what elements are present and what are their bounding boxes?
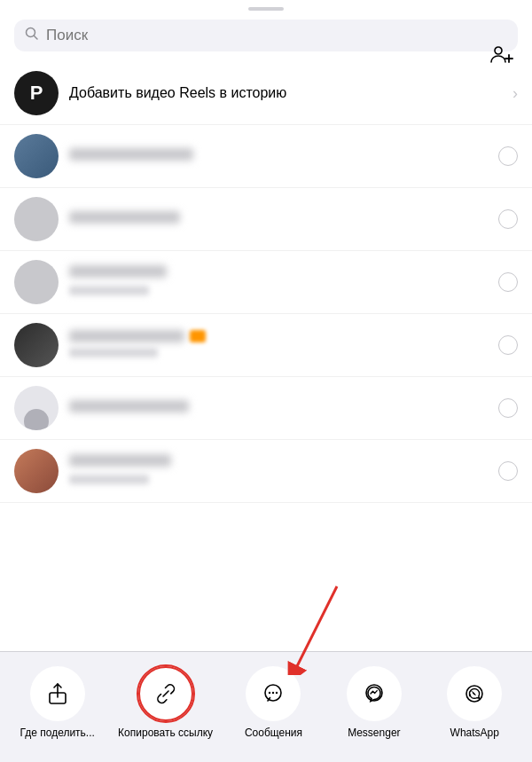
contact-name (69, 148, 498, 163)
blurred-name (69, 148, 193, 161)
link-icon (153, 681, 178, 706)
svg-point-10 (269, 692, 270, 694)
whatsapp-icon (462, 681, 487, 706)
reels-row[interactable]: P Добавить видео Reels в историю › (0, 62, 532, 125)
add-people-icon (489, 43, 514, 67)
chevron-right-icon: › (512, 84, 518, 103)
share-icon (45, 681, 70, 706)
search-input[interactable] (46, 27, 507, 44)
blurred-name (69, 330, 184, 342)
action-label-messenger: Messenger (348, 727, 400, 741)
add-people-button[interactable] (486, 39, 518, 74)
contact-name (69, 454, 498, 469)
blurred-name (69, 454, 171, 467)
radio-circle[interactable] (498, 398, 518, 418)
reels-label: Добавить видео Reels в историю (69, 85, 512, 101)
blurred-name (69, 211, 180, 224)
avatar (14, 449, 59, 493)
search-bar[interactable] (14, 20, 518, 51)
messages-icon (261, 681, 286, 706)
search-icon (25, 27, 39, 44)
whatsapp-icon-wrap (447, 666, 502, 721)
action-item-share[interactable]: Где поделить... (18, 666, 98, 741)
drag-handle (248, 7, 284, 11)
action-label-whatsapp: WhatsApp (450, 727, 499, 741)
contact-item[interactable] (0, 440, 532, 503)
action-sheet: Где поделить... Копировать ссылку (0, 651, 532, 762)
action-label-share: Где поделить... (20, 727, 95, 741)
svg-point-2 (495, 47, 502, 54)
blurred-sub (69, 286, 149, 295)
blurred-name (69, 265, 167, 278)
avatar (14, 134, 59, 178)
action-row: Где поделить... Копировать ссылку (0, 666, 532, 741)
contact-name (69, 330, 498, 342)
contact-info (69, 148, 498, 165)
action-label-messages: Сообщения (245, 727, 302, 741)
contact-list-container (0, 125, 532, 675)
messages-icon-wrap (246, 666, 301, 721)
avatar (14, 323, 59, 367)
action-item-copy-link[interactable]: Копировать ссылку (118, 666, 213, 741)
action-item-messages[interactable]: Сообщения (233, 666, 313, 741)
contact-item[interactable] (0, 125, 532, 188)
contact-info (69, 265, 498, 299)
svg-point-12 (276, 692, 278, 694)
contact-name (69, 211, 498, 226)
blurred-sub (69, 348, 158, 357)
share-icon-wrap (30, 666, 85, 721)
action-item-whatsapp[interactable]: WhatsApp (434, 666, 514, 741)
contact-item[interactable] (0, 251, 532, 314)
action-item-messenger[interactable]: Messenger (334, 666, 414, 741)
copy-link-icon-wrap (138, 666, 193, 721)
contact-item[interactable] (0, 188, 532, 251)
reels-avatar-letter: P (30, 82, 43, 105)
radio-circle[interactable] (498, 272, 518, 292)
svg-line-1 (35, 36, 38, 40)
avatar (14, 260, 59, 304)
contact-list (0, 125, 532, 503)
blurred-sub (69, 475, 149, 484)
contact-name (69, 400, 498, 415)
messenger-icon-wrap (347, 666, 402, 721)
avatar (14, 386, 59, 430)
radio-circle[interactable] (498, 335, 518, 355)
radio-circle[interactable] (498, 209, 518, 229)
messenger-icon (362, 681, 387, 706)
contact-item[interactable] (0, 377, 532, 440)
radio-circle[interactable] (498, 146, 518, 166)
contact-info (69, 454, 498, 488)
reels-avatar: P (14, 71, 59, 115)
blurred-name (69, 400, 189, 412)
contact-info (69, 330, 498, 361)
action-label-copy-link: Копировать ссылку (118, 727, 213, 741)
contact-info (69, 211, 498, 228)
contact-info (69, 400, 498, 417)
badge (190, 330, 206, 342)
radio-circle[interactable] (498, 461, 518, 481)
contact-item[interactable] (0, 314, 532, 377)
contact-name (69, 265, 498, 280)
svg-point-11 (272, 692, 274, 694)
avatar (14, 197, 59, 241)
